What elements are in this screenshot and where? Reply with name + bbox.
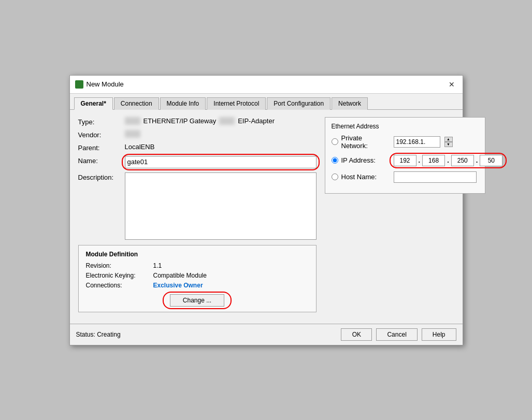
type-value-a: ETHERNET/IP Gateway bbox=[143, 117, 217, 125]
ip-dot-1: . bbox=[418, 156, 422, 164]
tab-general[interactable]: General* bbox=[74, 97, 113, 110]
ethernet-address-title: Ethernet Address bbox=[332, 123, 479, 130]
type-row: Type: ETHERNET/IP Gateway EIP-Adapter bbox=[78, 117, 317, 126]
ok-button[interactable]: OK bbox=[341, 328, 372, 341]
vendor-row: Vendor: bbox=[78, 130, 317, 139]
revision-row: Revision: 1.1 bbox=[86, 262, 309, 269]
connections-value: Exclusive Owner bbox=[153, 282, 203, 289]
tab-portconfiguration[interactable]: Port Configuration bbox=[267, 97, 330, 110]
spinner-down[interactable]: ▼ bbox=[444, 142, 453, 147]
spinner-up[interactable]: ▲ bbox=[444, 137, 453, 142]
tab-connection[interactable]: Connection bbox=[114, 97, 159, 110]
ip-address-label: IP Address: bbox=[341, 156, 391, 164]
name-label: Name: bbox=[78, 156, 125, 165]
revision-value: 1.1 bbox=[153, 262, 162, 269]
private-network-label: Private Network: bbox=[341, 134, 391, 150]
status-text: Status: Creating bbox=[76, 331, 121, 338]
name-input-wrapper bbox=[125, 156, 317, 168]
new-module-dialog: New Module ✕ General* Connection Module … bbox=[69, 75, 463, 345]
parent-value: LocalENB bbox=[125, 143, 155, 151]
type-value-b: EIP-Adapter bbox=[238, 117, 275, 125]
description-label: Description: bbox=[78, 172, 125, 181]
status-bar: Status: Creating OK Cancel Help bbox=[70, 324, 463, 345]
module-def-box: Module Definition Revision: 1.1 Electron… bbox=[78, 245, 317, 312]
private-network-row: Private Network: ▲ ▼ bbox=[332, 134, 479, 150]
ip-octet3[interactable] bbox=[451, 155, 474, 166]
dialog-content: Type: ETHERNET/IP Gateway EIP-Adapter Ve… bbox=[70, 110, 463, 320]
tab-internetprotocol[interactable]: Internet Protocol bbox=[207, 97, 266, 110]
left-column: Type: ETHERNET/IP Gateway EIP-Adapter Ve… bbox=[78, 117, 317, 312]
footer-buttons: OK Cancel Help bbox=[341, 328, 456, 341]
connections-label: Connections: bbox=[86, 282, 153, 289]
private-network-radio[interactable] bbox=[332, 138, 338, 145]
ethernet-address-box: Ethernet Address Private Network: ▲ ▼ bbox=[325, 117, 485, 194]
description-row: Description: bbox=[78, 172, 317, 240]
hostname-label: Host Name: bbox=[341, 173, 391, 181]
type-blurred-1 bbox=[125, 117, 140, 125]
connections-row: Connections: Exclusive Owner bbox=[86, 282, 309, 289]
title-bar-left: New Module bbox=[75, 80, 124, 89]
tab-network[interactable]: Network bbox=[332, 97, 368, 110]
ip-octet2[interactable] bbox=[422, 155, 445, 166]
dialog-title: New Module bbox=[87, 80, 124, 88]
module-def-title: Module Definition bbox=[86, 251, 309, 258]
change-btn-row: Change ... bbox=[86, 294, 309, 307]
vendor-value bbox=[125, 130, 140, 138]
ip-fields-wrapper: . . . bbox=[394, 155, 503, 166]
tab-moduleinfo[interactable]: Module Info bbox=[160, 97, 206, 110]
parent-label: Parent: bbox=[78, 143, 125, 152]
tab-bar: General* Connection Module Info Internet… bbox=[70, 94, 463, 110]
cancel-button[interactable]: Cancel bbox=[376, 328, 417, 341]
description-textarea[interactable] bbox=[125, 172, 317, 240]
ip-fields: . . . bbox=[394, 155, 503, 166]
status-label: Status: bbox=[76, 331, 95, 338]
type-label: Type: bbox=[78, 117, 125, 126]
hostname-radio[interactable] bbox=[332, 173, 338, 180]
close-button[interactable]: ✕ bbox=[446, 79, 457, 90]
change-btn-wrapper: Change ... bbox=[170, 294, 224, 307]
ip-octet1[interactable] bbox=[394, 155, 416, 166]
hostname-row: Host Name: bbox=[332, 171, 479, 183]
name-input[interactable] bbox=[125, 156, 317, 168]
change-button[interactable]: Change ... bbox=[170, 294, 224, 307]
main-area: Type: ETHERNET/IP Gateway EIP-Adapter Ve… bbox=[78, 117, 454, 312]
electronic-keying-label: Electronic Keying: bbox=[86, 272, 153, 279]
ip-dot-3: . bbox=[475, 156, 479, 164]
electronic-keying-value: Compatible Module bbox=[153, 272, 207, 279]
status-value: Creating bbox=[97, 331, 120, 338]
title-bar: New Module ✕ bbox=[70, 76, 463, 94]
ip-address-radio[interactable] bbox=[332, 157, 338, 164]
help-button[interactable]: Help bbox=[422, 328, 456, 341]
ip-address-row: IP Address: . . . bbox=[332, 155, 479, 166]
type-value: ETHERNET/IP Gateway EIP-Adapter bbox=[125, 117, 275, 125]
dialog-icon bbox=[75, 80, 83, 89]
right-column: Ethernet Address Private Network: ▲ ▼ bbox=[325, 117, 485, 312]
ip-dot-2: . bbox=[446, 156, 450, 164]
hostname-input[interactable] bbox=[394, 171, 477, 183]
type-blurred-2 bbox=[219, 117, 235, 125]
private-network-input[interactable] bbox=[394, 136, 440, 148]
vendor-label: Vendor: bbox=[78, 130, 125, 139]
name-row: Name: bbox=[78, 156, 317, 168]
electronic-keying-row: Electronic Keying: Compatible Module bbox=[86, 272, 309, 279]
revision-label: Revision: bbox=[86, 262, 153, 269]
parent-row: Parent: LocalENB bbox=[78, 143, 317, 152]
ip-octet4[interactable] bbox=[480, 155, 502, 166]
spinner: ▲ ▼ bbox=[444, 137, 453, 147]
